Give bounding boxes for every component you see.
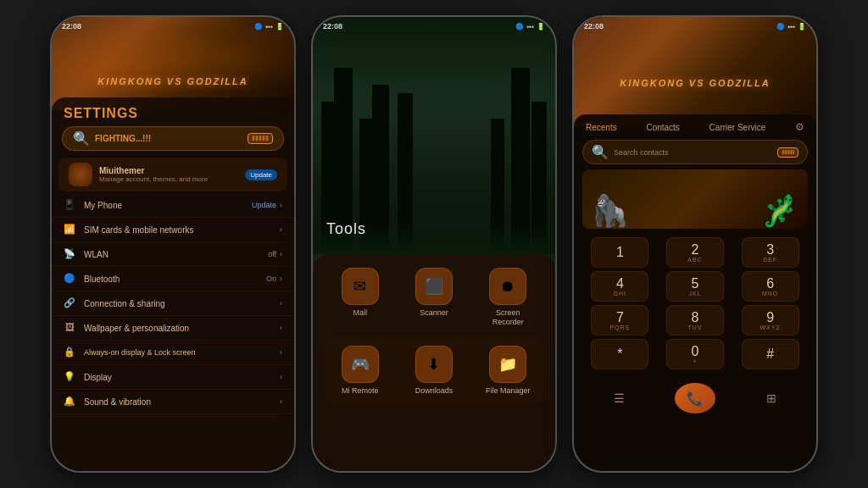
call-button[interactable]: 📞 <box>675 383 715 413</box>
numpad-key-5[interactable]: 5 JKL <box>666 271 724 302</box>
settings-display-label: Display <box>84 373 280 382</box>
phone-tools: 22:08 🔵 ▪▪▪ 🔋 Tools ✉ Mail ⬛ Scanner ⏺ <box>311 15 557 473</box>
settings-item-sim[interactable]: 📶 SIM cards & mobile networks › <box>52 218 294 242</box>
settings-item-sound[interactable]: 🔔 Sound & vibration › <box>52 390 294 414</box>
bluetooth-icon-dialer: 🔵 <box>776 23 785 30</box>
digit-star: * <box>617 347 622 361</box>
numpad-key-6[interactable]: 6 MNO <box>742 271 799 302</box>
phone-dialer: 22:08 🔵 ▪▪▪ 🔋 KINGKONG VS GODZILLA Recen… <box>572 15 818 473</box>
tool-file-manager[interactable]: 📁 File Manager <box>482 346 533 396</box>
settings-search-text: FIGHTING...!!! <box>95 134 151 143</box>
sound-arrow-icon: › <box>280 397 282 406</box>
settings-search-bar[interactable]: 🔍 FIGHTING...!!! ⅡⅡⅡⅡⅡ <box>62 126 284 151</box>
letters-3: DEF <box>763 257 777 263</box>
numpad-row-4: * 0 + # <box>582 339 808 369</box>
tools-row-2: 🎮 Mi Remote ⬇ Downloads 📁 File Manager <box>323 337 545 404</box>
wallpaper-arrow-icon: › <box>280 324 282 332</box>
bluetooth-value: On <box>266 274 276 283</box>
settings-item-display[interactable]: 💡 Display › <box>52 365 294 390</box>
bluetooth-status-icon: 🔵 <box>254 23 263 30</box>
numpad-key-4[interactable]: 4 GHI <box>591 271 648 302</box>
digit-2: 2 <box>692 243 699 257</box>
downloads-icon: ⬇ <box>415 346 453 383</box>
miuithemer-icon <box>69 163 92 186</box>
scanner-label: Scanner <box>420 308 448 318</box>
settings-connection-label: Connection & sharing <box>84 299 280 308</box>
status-bar-dialer: 22:08 🔵 ▪▪▪ 🔋 <box>574 17 816 36</box>
digit-0: 0 <box>692 345 699 358</box>
digit-4: 4 <box>616 277 624 291</box>
mail-icon: ✉ <box>342 268 379 305</box>
status-icons-tools: 🔵 ▪▪▪ 🔋 <box>515 23 545 30</box>
battery-icon-tools: 🔋 <box>537 23 545 30</box>
lockscreen-icon: 🔒 <box>64 347 75 358</box>
myphone-arrow-icon: › <box>280 201 282 209</box>
tab-carrier-service[interactable]: Carrier Service <box>709 123 766 132</box>
display-arrow-icon: › <box>280 373 282 381</box>
numpad-key-3[interactable]: 3 DEF <box>742 237 799 268</box>
signal-icon: ▪▪▪ <box>265 23 273 30</box>
sim-icon: 📶 <box>64 224 75 236</box>
numpad-key-star[interactable]: * <box>591 339 648 369</box>
tab-recents[interactable]: Recents <box>586 123 617 132</box>
myphone-update-badge: Update <box>252 201 276 209</box>
recent-calls-icon[interactable]: ☰ <box>602 386 636 410</box>
settings-item-lockscreen[interactable]: 🔒 Always-on display & Lock screen › <box>52 341 294 365</box>
settings-panel: SETTINGS 🔍 FIGHTING...!!! ⅡⅡⅡⅡⅡ Miuithem… <box>52 97 294 471</box>
settings-header-title: KINGKONG VS GODZILLA <box>52 76 294 86</box>
letters-2: ABC <box>687 257 702 263</box>
battery-icon-dialer: 🔋 <box>798 23 806 30</box>
dialer-search-bar[interactable]: 🔍 Search contacts ⅡⅡⅡⅡⅡ <box>582 140 808 164</box>
sim-arrow-icon: › <box>280 225 282 234</box>
settings-myphone-label: My Phone <box>84 201 252 210</box>
numpad-key-8[interactable]: 8 TUV <box>666 305 724 336</box>
miuithemer-update-badge: Update <box>245 169 277 180</box>
numpad-key-hash[interactable]: # <box>742 339 799 369</box>
tool-downloads[interactable]: ⬇ Downloads <box>409 346 459 396</box>
tool-screen-recorder[interactable]: ⏺ Screen Recorder <box>482 268 533 327</box>
letters-7: PQRS <box>609 324 630 330</box>
status-icons-dialer: 🔵 ▪▪▪ 🔋 <box>776 23 806 30</box>
dialer-search-badge: ⅡⅡⅡⅡⅡ <box>777 147 798 158</box>
settings-gear-icon[interactable]: ⚙ <box>795 121 804 133</box>
letters-9: WXYZ <box>760 324 781 330</box>
search-icon-dialer: 🔍 <box>592 144 609 160</box>
settings-item-wlan[interactable]: 📡 WLAN off › <box>52 242 294 267</box>
tool-scanner[interactable]: ⬛ Scanner <box>409 268 459 327</box>
tool-mail[interactable]: ✉ Mail <box>335 268 386 327</box>
miuithemer-item[interactable]: Miuithemer Manage account, themes, and m… <box>58 158 287 191</box>
settings-item-bluetooth[interactable]: 🔵 Bluetooth On › <box>52 267 294 291</box>
connection-icon: 🔗 <box>64 297 75 309</box>
numpad-key-0[interactable]: 0 + <box>666 339 724 369</box>
tool-mi-remote[interactable]: 🎮 Mi Remote <box>335 346 386 396</box>
forest-background <box>313 17 555 254</box>
screen-recorder-icon: ⏺ <box>489 268 526 305</box>
status-bar-settings: 22:08 🔵 ▪▪▪ 🔋 <box>52 17 294 36</box>
status-time-dialer: 22:08 <box>584 22 604 30</box>
numpad-key-9[interactable]: 9 WXYZ <box>742 305 799 336</box>
settings-item-connection[interactable]: 🔗 Connection & sharing › <box>52 291 294 316</box>
letters-5: JKL <box>688 291 701 297</box>
numpad-key-7[interactable]: 7 PQRS <box>591 305 648 336</box>
settings-item-wallpaper[interactable]: 🖼 Wallpaper & personalization › <box>52 316 294 341</box>
tools-folder-label: Tools <box>326 220 366 238</box>
status-icons: 🔵 ▪▪▪ 🔋 <box>254 23 284 30</box>
scanner-icon: ⬛ <box>415 268 453 305</box>
numpad-row-2: 4 GHI 5 JKL 6 MNO <box>582 271 808 302</box>
sound-icon: 🔔 <box>64 396 75 408</box>
numpad-row-1: 1 2 ABC 3 DEF <box>582 237 808 268</box>
status-time: 22:08 <box>62 22 81 30</box>
digit-7: 7 <box>616 311 624 324</box>
digit-6: 6 <box>766 277 774 291</box>
settings-item-myphone[interactable]: 📱 My Phone Update › <box>52 193 294 218</box>
settings-lockscreen-label: Always-on display & Lock screen <box>84 348 280 357</box>
numpad-key-1[interactable]: 1 <box>591 237 648 268</box>
dialer-bottom-bar: ☰ 📞 ⊞ <box>574 378 816 419</box>
dialpad-icon[interactable]: ⊞ <box>754 386 788 410</box>
tab-contacts[interactable]: Contacts <box>646 123 679 132</box>
digit-5: 5 <box>692 277 699 291</box>
digit-9: 9 <box>766 311 774 324</box>
miuithemer-name: Miuithemer <box>99 166 245 175</box>
battery-icon: 🔋 <box>275 23 284 30</box>
numpad-key-2[interactable]: 2 ABC <box>666 237 724 268</box>
